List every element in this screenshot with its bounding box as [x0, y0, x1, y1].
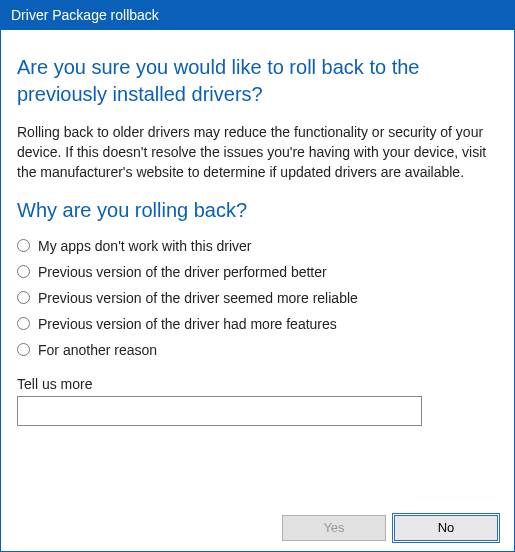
- yes-button: Yes: [282, 515, 386, 541]
- confirm-heading: Are you sure you would like to roll back…: [17, 54, 498, 108]
- reason-subheading: Why are you rolling back?: [17, 199, 498, 222]
- reason-label: Previous version of the driver performed…: [38, 264, 327, 280]
- tellus-input[interactable]: [17, 396, 422, 426]
- reason-radio-apps[interactable]: [17, 239, 30, 252]
- body-text: Rolling back to older drivers may reduce…: [17, 122, 498, 183]
- reason-radio-more-reliable[interactable]: [17, 291, 30, 304]
- reason-label: My apps don't work with this driver: [38, 238, 252, 254]
- tellus-label: Tell us more: [17, 376, 498, 392]
- reason-label: For another reason: [38, 342, 157, 358]
- dialog-window: Driver Package rollback Are you sure you…: [0, 0, 515, 552]
- reason-options: My apps don't work with this driver Prev…: [17, 238, 498, 358]
- reason-option-more-reliable[interactable]: Previous version of the driver seemed mo…: [17, 290, 498, 306]
- dialog-content: Are you sure you would like to roll back…: [1, 30, 514, 551]
- reason-radio-another[interactable]: [17, 343, 30, 356]
- reason-option-another[interactable]: For another reason: [17, 342, 498, 358]
- reason-label: Previous version of the driver had more …: [38, 316, 337, 332]
- titlebar: Driver Package rollback: [1, 1, 514, 30]
- reason-option-apps[interactable]: My apps don't work with this driver: [17, 238, 498, 254]
- reason-radio-performed-better[interactable]: [17, 265, 30, 278]
- window-title: Driver Package rollback: [11, 7, 159, 23]
- reason-radio-more-features[interactable]: [17, 317, 30, 330]
- reason-label: Previous version of the driver seemed mo…: [38, 290, 358, 306]
- no-button[interactable]: No: [394, 515, 498, 541]
- button-row: Yes No: [17, 495, 498, 541]
- reason-option-performed-better[interactable]: Previous version of the driver performed…: [17, 264, 498, 280]
- reason-option-more-features[interactable]: Previous version of the driver had more …: [17, 316, 498, 332]
